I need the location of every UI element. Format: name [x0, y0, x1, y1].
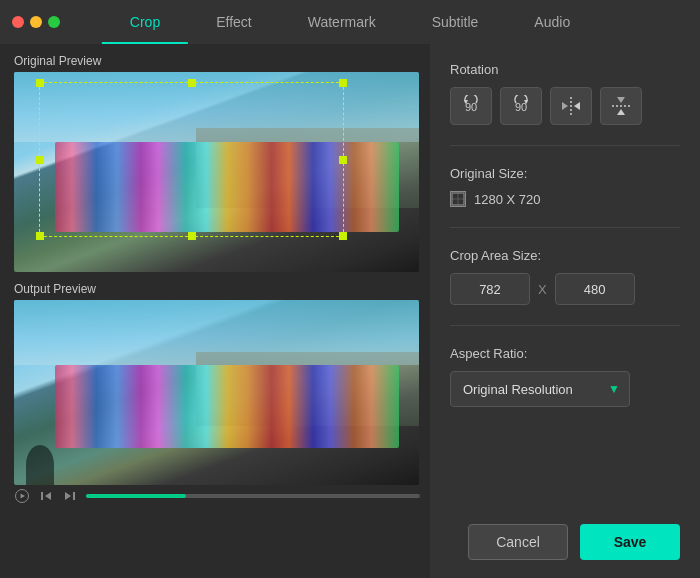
- right-panel: Rotation 90 90: [430, 44, 700, 578]
- svg-marker-1: [21, 494, 26, 499]
- aspect-ratio-wrapper: Original Resolution 16:9 4:3 1:1 9:16 ▼: [450, 371, 630, 407]
- crop-width-input[interactable]: [450, 273, 530, 305]
- play-button[interactable]: [14, 488, 30, 504]
- crop-handle-middle-left[interactable]: [36, 156, 44, 164]
- title-bar: Crop Effect Watermark Subtitle Audio: [0, 0, 700, 44]
- original-size-value: 1280 X 720: [474, 192, 541, 207]
- flip-vertical-button[interactable]: [600, 87, 642, 125]
- left-panel: Original Preview Outpu: [0, 44, 430, 578]
- tab-crop[interactable]: Crop: [102, 0, 188, 44]
- cancel-button[interactable]: Cancel: [468, 524, 568, 560]
- crop-area-label: Crop Area Size:: [450, 248, 680, 263]
- progress-bar[interactable]: [86, 494, 420, 498]
- tab-watermark[interactable]: Watermark: [280, 0, 404, 44]
- crop-handle-bottom-middle[interactable]: [188, 232, 196, 240]
- tab-effect[interactable]: Effect: [188, 0, 280, 44]
- rotate-ccw-icon: 90: [460, 95, 482, 117]
- output-preview-canvas: [14, 300, 419, 485]
- video-controls: [14, 485, 420, 507]
- rotate-cw-icon: 90: [510, 95, 532, 117]
- crop-inputs: X: [450, 273, 680, 305]
- size-icon: [450, 191, 466, 207]
- svg-marker-14: [617, 97, 625, 103]
- svg-rect-3: [41, 492, 43, 500]
- original-preview-canvas: [14, 72, 419, 272]
- svg-marker-12: [574, 102, 580, 110]
- svg-marker-15: [617, 109, 625, 115]
- flip-vertical-icon: [610, 95, 632, 117]
- skip-back-button[interactable]: [38, 488, 54, 504]
- rotation-label: Rotation: [450, 62, 680, 77]
- original-preview-label: Original Preview: [14, 54, 420, 68]
- divider-2: [450, 227, 680, 228]
- svg-marker-11: [562, 102, 568, 110]
- traffic-lights: [0, 16, 60, 28]
- rotate-ccw-button[interactable]: 90: [450, 87, 492, 125]
- svg-text:90: 90: [515, 101, 527, 113]
- main-content: Original Preview Outpu: [0, 44, 700, 578]
- output-preview-container: Output Preview: [14, 282, 420, 568]
- crop-area-section: Crop Area Size: X: [450, 248, 680, 305]
- minimize-button[interactable]: [30, 16, 42, 28]
- original-size-label: Original Size:: [450, 166, 680, 181]
- tab-bar: Crop Effect Watermark Subtitle Audio: [102, 0, 598, 44]
- svg-marker-4: [65, 492, 71, 500]
- tab-audio[interactable]: Audio: [506, 0, 598, 44]
- graffiti-overlay: [55, 142, 399, 232]
- original-size-section: Original Size: 1280 X 720: [450, 166, 680, 207]
- original-preview-container: Original Preview: [14, 54, 420, 274]
- close-button[interactable]: [12, 16, 24, 28]
- tab-subtitle[interactable]: Subtitle: [404, 0, 507, 44]
- output-preview-label: Output Preview: [14, 282, 420, 296]
- aspect-ratio-section: Aspect Ratio: Original Resolution 16:9 4…: [450, 346, 680, 407]
- aspect-ratio-select[interactable]: Original Resolution 16:9 4:3 1:1 9:16: [450, 371, 630, 407]
- bottom-buttons: Cancel Save: [450, 514, 680, 560]
- flip-horizontal-button[interactable]: [550, 87, 592, 125]
- person-silhouette: [26, 445, 54, 485]
- crop-height-input[interactable]: [555, 273, 635, 305]
- crop-separator: X: [538, 282, 547, 297]
- skip-forward-button[interactable]: [62, 488, 78, 504]
- maximize-button[interactable]: [48, 16, 60, 28]
- divider-1: [450, 145, 680, 146]
- progress-fill: [86, 494, 186, 498]
- flip-horizontal-icon: [560, 95, 582, 117]
- svg-marker-2: [45, 492, 51, 500]
- svg-rect-5: [73, 492, 75, 500]
- output-graffiti-overlay: [55, 365, 399, 448]
- rotation-section: Rotation 90 90: [450, 62, 680, 125]
- crop-handle-bottom-right[interactable]: [339, 232, 347, 240]
- aspect-ratio-label: Aspect Ratio:: [450, 346, 680, 361]
- divider-3: [450, 325, 680, 326]
- crop-handle-bottom-left[interactable]: [36, 232, 44, 240]
- rotation-buttons: 90 90: [450, 87, 680, 125]
- original-size-row: 1280 X 720: [450, 191, 680, 207]
- rotate-cw-button[interactable]: 90: [500, 87, 542, 125]
- svg-text:90: 90: [465, 101, 477, 113]
- save-button[interactable]: Save: [580, 524, 680, 560]
